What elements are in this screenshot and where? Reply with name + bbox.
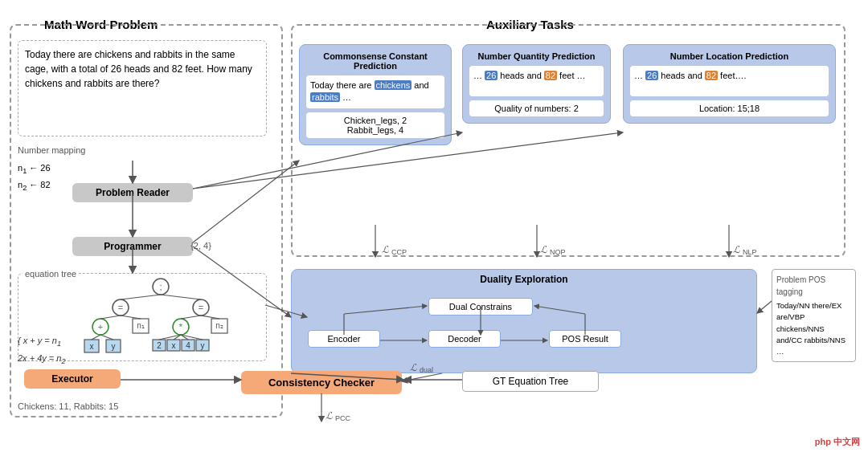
problem-reader-box: Problem Reader (72, 183, 193, 202)
main-container: Math Word Problem Auxiliary Tasks Today … (0, 0, 868, 452)
svg-line-13 (121, 316, 141, 319)
nlp-title: Number Location Prediction (630, 51, 829, 61)
nqp-result: Quality of numbers: 2 (469, 100, 604, 116)
svg-text:4: 4 (186, 341, 190, 350)
svg-text:;: ; (159, 282, 162, 291)
nlp-panel: Number Location Prediction … 26 heads an… (623, 44, 836, 124)
ccp-highlight-rabbits: rabbits (310, 92, 340, 102)
svg-text:ℒ: ℒ (326, 410, 333, 421)
pos-tagging-text: Today/NN there/EX are/VBP chickens/NNS a… (776, 300, 851, 357)
n1-mapping: n1 ← 26 (18, 161, 85, 178)
executor-box: Executor (24, 369, 121, 389)
php-logo: php 中文网 (815, 436, 860, 448)
svg-text:x: x (90, 342, 94, 351)
svg-line-6 (121, 295, 161, 299)
svg-text:+: + (98, 322, 103, 332)
duality-arrows-svg (292, 270, 758, 374)
svg-text:=: = (118, 303, 123, 312)
svg-line-12 (100, 316, 121, 319)
programmer-box: Programmer (72, 237, 193, 256)
problem-text-box: Today there are chickens and rabbits in … (18, 40, 267, 136)
svg-line-24 (181, 316, 201, 319)
svg-line-25 (201, 316, 219, 319)
equation-tree-label: equation tree (23, 269, 79, 279)
svg-line-19 (100, 335, 113, 340)
equation-formulas: { x + y = n1 2x + 4y = n2 (18, 333, 66, 368)
svg-text:PCC: PCC (335, 414, 351, 422)
ccp-highlight-chickens: chickens (375, 80, 412, 90)
pos-tagging-label: Problem POS tagging (776, 274, 851, 298)
pos-tagging-box: Problem POS tagging Today/NN there/EX ar… (772, 269, 856, 362)
result-text: Chickens: 11, Rabbits: 15 (18, 401, 118, 411)
ccp-text-snippet: Today there are chickens and rabbits … (306, 75, 444, 108)
nqp-highlight-82: 82 (544, 71, 557, 80)
svg-line-7 (161, 295, 201, 299)
svg-text:=: = (199, 303, 203, 312)
ccp-panel: Commonsense Constant Prediction Today th… (299, 44, 452, 145)
gt-equation-tree-box: GT Equation Tree (462, 371, 599, 392)
number-mapping-label: Number mapping (18, 143, 85, 159)
svg-text:x: x (172, 341, 176, 350)
nqp-text-snippet: … 26 heads and 82 feet … (469, 66, 604, 96)
svg-text:y: y (201, 341, 205, 350)
nlp-text-snippet: … 26 heads and 82 feet…. (630, 66, 829, 96)
nqp-title: Number Quantity Prediction (469, 51, 604, 61)
svg-line-67 (757, 301, 772, 313)
nqp-highlight-26: 26 (485, 71, 497, 80)
nlp-result: Location: 15;18 (630, 100, 829, 116)
svg-text:y: y (112, 342, 116, 351)
ccp-title: Commonsense Constant Prediction (306, 51, 444, 71)
nqp-panel: Number Quantity Prediction … 26 heads an… (462, 44, 611, 124)
equation-tree-svg: ; = = + n₁ x y * n₂ 2 (72, 277, 249, 353)
duality-box: Duality Exploration Dual Constrains Enco… (291, 269, 757, 373)
nlp-highlight-26: 26 (645, 71, 658, 80)
svg-line-64 (402, 373, 442, 381)
svg-text:*: * (179, 322, 183, 332)
svg-line-42 (344, 306, 427, 314)
svg-text:n₁: n₁ (137, 321, 145, 330)
problem-text: Today there are chickens and rabbits in … (25, 49, 252, 89)
svg-line-18 (92, 335, 100, 340)
svg-line-44 (534, 306, 585, 314)
ccp-result: Chicken_legs, 2Rabbit_legs, 4 (306, 112, 444, 138)
nlp-highlight-82: 82 (705, 71, 718, 80)
consistency-checker-box: Consistency Checker (241, 371, 402, 394)
svg-text:n₂: n₂ (215, 321, 223, 330)
svg-text:2: 2 (157, 341, 162, 350)
